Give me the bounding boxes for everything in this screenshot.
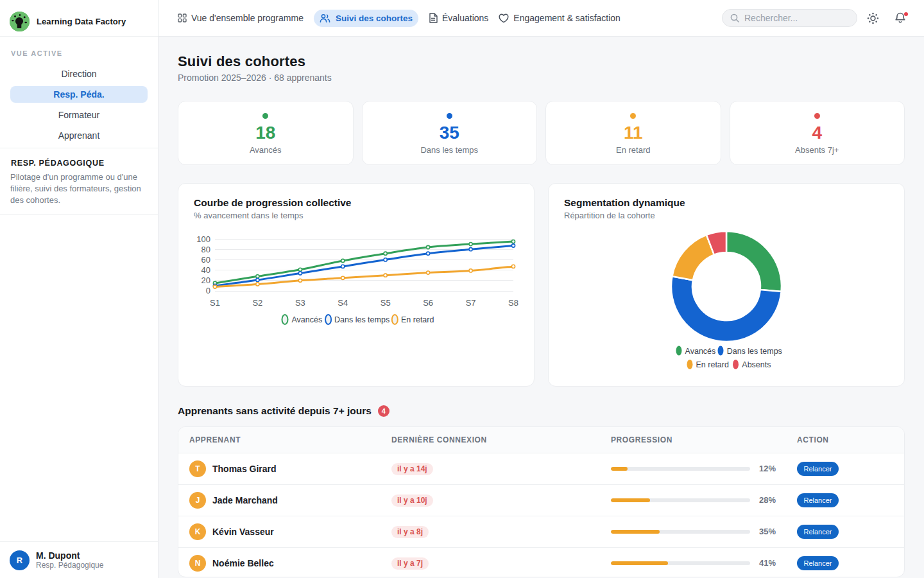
svg-text:S6: S6: [423, 298, 433, 308]
svg-text:Avancés: Avancés: [685, 347, 716, 356]
svg-text:0: 0: [206, 286, 210, 295]
svg-text:80: 80: [201, 245, 210, 254]
svg-text:20: 20: [201, 276, 210, 285]
svg-text:S4: S4: [338, 298, 348, 308]
svg-text:S5: S5: [381, 298, 391, 308]
svg-text:S3: S3: [295, 298, 305, 308]
svg-text:60: 60: [201, 255, 210, 265]
svg-text:En retard: En retard: [401, 315, 434, 324]
svg-text:100: 100: [196, 234, 210, 244]
svg-text:Dans les temps: Dans les temps: [727, 347, 782, 356]
svg-text:40: 40: [201, 265, 210, 275]
svg-text:Avancés: Avancés: [292, 315, 323, 324]
svg-text:En retard: En retard: [696, 360, 729, 369]
svg-text:S1: S1: [210, 298, 220, 308]
svg-text:S7: S7: [466, 298, 476, 308]
svg-text:S8: S8: [508, 298, 518, 308]
svg-text:S2: S2: [252, 298, 262, 308]
svg-text:Dans les temps: Dans les temps: [334, 315, 389, 324]
svg-text:Absents: Absents: [742, 360, 771, 369]
